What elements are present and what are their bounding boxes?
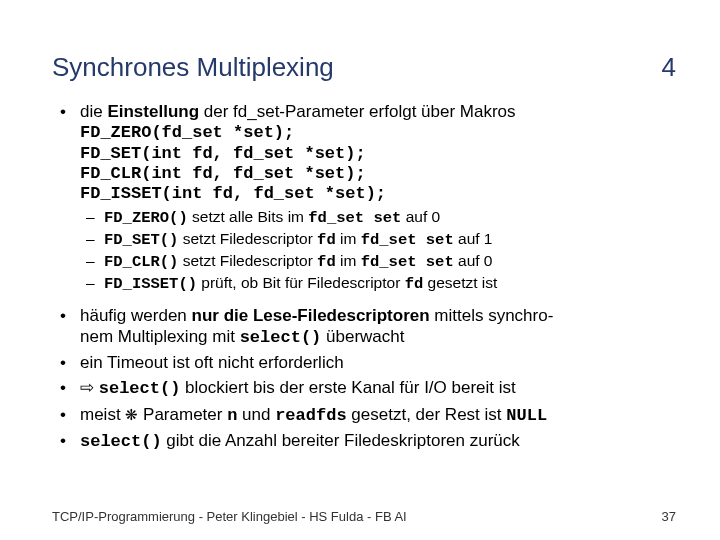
- text: ein Timeout ist oft nicht erforderlich: [80, 353, 344, 372]
- text: meist: [80, 405, 125, 424]
- code-inline: fd_set set: [361, 231, 454, 249]
- text: gesetzt ist: [423, 274, 497, 291]
- bullet-list: die Einstellung der fd_set-Parameter erf…: [52, 101, 676, 452]
- text: auf 0: [454, 252, 493, 269]
- code-inline: n: [227, 406, 237, 425]
- text: setzt alle Bits im: [188, 208, 309, 225]
- bullet-item: select() gibt die Anzahl bereiter Filede…: [52, 430, 676, 452]
- sub-bullet-item: FD_CLR() setzt Filedescriptor fd im fd_s…: [80, 251, 676, 273]
- text: Parameter: [138, 405, 227, 424]
- slide-title-row: Synchrones Multiplexing 4: [52, 52, 676, 83]
- code-inline: select(): [99, 379, 181, 398]
- sub-bullet-list: FD_ZERO() setzt alle Bits im fd_set set …: [80, 207, 676, 295]
- text: setzt Filedescriptor: [178, 230, 317, 247]
- code-inline: FD_CLR(): [104, 253, 178, 271]
- text: nem Multiplexing mit: [80, 327, 240, 346]
- sub-bullet-item: FD_ZERO() setzt alle Bits im fd_set set …: [80, 207, 676, 229]
- text-bold: nur die Lese-Filedescriptoren: [192, 306, 430, 325]
- bullet-item: häufig werden nur die Lese-Filedescripto…: [52, 305, 676, 349]
- bullet-item: ein Timeout ist oft nicht erforderlich: [52, 352, 676, 373]
- text: häufig werden: [80, 306, 192, 325]
- text: gesetzt, der Rest ist: [347, 405, 507, 424]
- code-inline: FD_ISSET(): [104, 275, 197, 293]
- text: der fd_set-Parameter erfolgt über Makros: [199, 102, 516, 121]
- text: überwacht: [321, 327, 404, 346]
- code-block: FD_ZERO(fd_set *set); FD_SET(int fd, fd_…: [80, 123, 676, 205]
- code-inline: fd: [405, 275, 424, 293]
- code-inline: fd_set set: [308, 209, 401, 227]
- bullet-item: ⇨ select() blockiert bis der erste Kanal…: [52, 377, 676, 399]
- text-bold: Einstellung: [107, 102, 199, 121]
- code-inline: FD_ZERO(): [104, 209, 188, 227]
- gear-icon: ❋: [125, 406, 138, 423]
- bullet-item: die Einstellung der fd_set-Parameter erf…: [52, 101, 676, 295]
- code-inline: select(): [80, 432, 162, 451]
- page-number: 37: [662, 509, 676, 524]
- code-inline: fd_set set: [361, 253, 454, 271]
- text: gibt die Anzahl bereiter Filedeskriptore…: [162, 431, 520, 450]
- code-inline: select(): [240, 328, 322, 347]
- text: im: [336, 252, 361, 269]
- text: auf 1: [454, 230, 493, 247]
- slide-title: Synchrones Multiplexing: [52, 52, 334, 83]
- text: im: [336, 230, 361, 247]
- code-inline: fd: [317, 253, 336, 271]
- arrow-icon: ⇨: [80, 378, 94, 397]
- bullet-item: meist ❋ Parameter n und readfds gesetzt,…: [52, 404, 676, 426]
- sub-bullet-item: FD_ISSET() prüft, ob Bit für Filedescrip…: [80, 273, 676, 295]
- slide-section-number: 4: [662, 52, 676, 83]
- text: auf 0: [401, 208, 440, 225]
- text: und: [237, 405, 275, 424]
- text: blockiert bis der erste Kanal für I/O be…: [180, 378, 515, 397]
- text: die: [80, 102, 107, 121]
- code-inline: FD_SET(): [104, 231, 178, 249]
- sub-bullet-item: FD_SET() setzt Filedescriptor fd im fd_s…: [80, 229, 676, 251]
- text: setzt Filedescriptor: [178, 252, 317, 269]
- text: mittels synchro-: [430, 306, 554, 325]
- code-inline: fd: [317, 231, 336, 249]
- footer-text: TCP/IP-Programmierung - Peter Klingebiel…: [52, 509, 407, 524]
- code-inline: NULL: [506, 406, 547, 425]
- code-inline: readfds: [275, 406, 346, 425]
- text: prüft, ob Bit für Filedescriptor: [197, 274, 405, 291]
